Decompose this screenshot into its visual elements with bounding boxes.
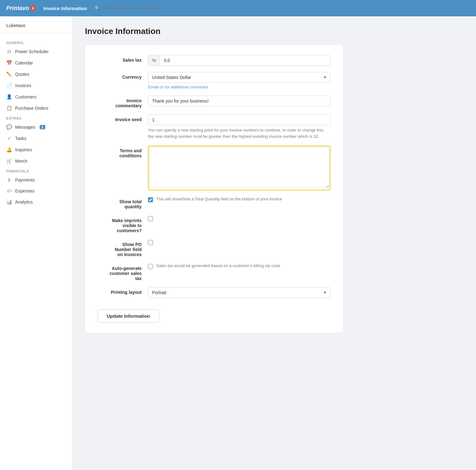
chat-icon: 💬 [6,124,12,130]
search-input[interactable] [103,6,191,11]
show-total-quantity-checkbox-row: This will show/hide a Total Quantity fie… [148,197,331,202]
search-bar[interactable]: 🔍 [94,5,191,11]
document-icon: 📄 [6,83,12,88]
sidebar-label-analytics: Analytics [15,199,33,204]
show-total-quantity-row: Show totalquantity This will show/hide a… [98,197,331,209]
update-information-button[interactable]: Update Information [98,309,159,323]
sidebar-label-power-scheduler: Power Scheduler [15,49,49,54]
terms-textarea[interactable] [149,147,329,188]
bell-icon: 🔔 [6,147,12,153]
sidebar-label-payments: Payments [15,177,35,182]
commentary-row: Invoicecommentary [98,96,331,108]
logo-text: Printavo [6,5,29,12]
show-total-quantity-checkbox[interactable] [148,197,153,202]
sidebar-item-analytics[interactable]: 📊 Analytics [0,196,72,208]
make-imprints-row: Make imprintsvisible tocustomers? [98,215,331,233]
invoice-seed-control: You can specify a new starting point for… [148,115,331,139]
dollar-icon: $ [6,177,12,182]
logo[interactable]: Printavo 6 [6,5,36,12]
sidebar-label-tasks: Tasks [15,136,26,141]
company-name: Luketavo [0,23,72,33]
make-imprints-checkbox-row [148,215,331,221]
currency-select[interactable]: United States Dollar Euro British Pound [148,72,331,83]
sidebar-item-merch[interactable]: 🛒 Merch [0,155,72,167]
auto-generate-row: Auto-generatecustomer salestax Sales tax… [98,263,331,281]
invoice-seed-input[interactable] [148,115,331,125]
printing-layout-label: Printing layout [98,287,148,295]
main-layout: Luketavo GENERAL ⊟ Power Scheduler 📅 Cal… [0,16,476,470]
checkmark-icon: ✓ [6,136,12,141]
form-container: Sales tax % Currency United States Dolla… [85,45,343,333]
cart-icon: 🛒 [6,158,12,164]
section-label-extras: EXTRAS [0,114,72,121]
sidebar-label-expenses: Expenses [15,188,34,193]
header: Printavo 6 Invoice Information 🔍 [0,0,476,16]
sidebar-item-customers[interactable]: 👤 Customers [0,91,72,103]
section-label-financials: FINANCIALS [0,167,72,174]
sidebar-label-calendar: Calendar [15,60,33,65]
search-icon: 🔍 [94,5,101,11]
currency-label: Currency [98,72,148,80]
sidebar-item-purchase-orders[interactable]: 📋 Purchase Orders [0,103,72,114]
grid-icon: ⊟ [6,49,12,54]
show-po-checkbox-row [148,239,331,245]
percent-badge: % [148,55,160,66]
pencil-icon: ✏️ [6,71,12,77]
auto-generate-checkbox[interactable] [148,264,153,269]
sidebar-label-purchase-orders: Purchase Orders [15,106,48,111]
show-po-control [148,239,331,245]
sidebar-label-inquiries: Inquiries [15,147,32,152]
terms-label: Terms andconditions [98,146,148,158]
sales-tax-row: Sales tax % [98,55,331,66]
make-imprints-checkbox[interactable] [148,216,153,221]
commentary-label: Invoicecommentary [98,96,148,108]
show-po-label: Show PONumber fieldon invoices [98,239,148,257]
email-currencies-link[interactable]: Email us for additional currencies [148,85,331,89]
sidebar-item-quotes[interactable]: ✏️ Quotes [0,69,72,80]
sidebar-item-calendar[interactable]: 📅 Calendar [0,57,72,69]
sales-tax-wrapper: % [148,55,331,66]
invoice-seed-label: Invoice seed [98,115,148,122]
sidebar-item-inquiries[interactable]: 🔔 Inquiries [0,144,72,155]
sidebar-label-customers: Customers [15,94,37,99]
sidebar-item-tasks[interactable]: ✓ Tasks [0,133,72,144]
printing-layout-select[interactable]: Portrait Landscape [148,287,331,298]
currency-select-wrapper: United States Dollar Euro British Pound … [148,72,331,83]
sidebar-label-invoices: Invoices [15,83,31,88]
show-po-row: Show PONumber fieldon invoices [98,239,331,257]
calendar-icon: 📅 [6,60,12,66]
messages-badge: 1 [40,125,45,129]
printing-layout-control: Portrait Landscape ▼ [148,287,331,298]
sales-tax-label: Sales tax [98,55,148,63]
sidebar-item-payments[interactable]: $ Payments [0,174,72,185]
header-title: Invoice Information [43,6,87,11]
main-content: Invoice Information Sales tax % Currency [72,16,356,470]
sales-tax-control: % [148,55,331,66]
section-label-general: GENERAL [0,38,72,46]
sidebar-label-messages: Messages [15,125,35,130]
printing-layout-select-wrapper: Portrait Landscape ▼ [148,287,331,298]
invoice-seed-row: Invoice seed You can specify a new start… [98,115,331,139]
terms-wrapper [148,146,331,190]
terms-row: Terms andconditions [98,146,331,190]
sidebar-item-expenses[interactable]: 🏷 Expenses [0,185,72,196]
show-po-checkbox[interactable] [148,240,153,245]
sales-tax-input[interactable] [160,55,331,66]
sidebar: Luketavo GENERAL ⊟ Power Scheduler 📅 Cal… [0,16,72,470]
currency-control: United States Dollar Euro British Pound … [148,72,331,89]
sidebar-label-merch: Merch [15,159,27,164]
auto-generate-checkbox-row: Sales tax would be generated based on a … [148,263,331,269]
invoice-seed-hint: You can specify a new starting point for… [148,127,331,139]
notification-badge: 6 [30,5,36,11]
sidebar-item-messages[interactable]: 💬 Messages 1 [0,121,72,133]
auto-generate-control: Sales tax would be generated based on a … [148,263,331,269]
commentary-control [148,96,331,106]
make-imprints-label: Make imprintsvisible tocustomers? [98,215,148,233]
show-total-quantity-hint: This will show/hide a Total Quantity fie… [156,197,282,201]
auto-generate-label: Auto-generatecustomer salestax [98,263,148,281]
currency-row: Currency United States Dollar Euro Briti… [98,72,331,89]
show-total-quantity-control: This will show/hide a Total Quantity fie… [148,197,331,202]
commentary-input[interactable] [148,96,331,106]
sidebar-item-power-scheduler[interactable]: ⊟ Power Scheduler [0,46,72,57]
sidebar-item-invoices[interactable]: 📄 Invoices [0,80,72,91]
